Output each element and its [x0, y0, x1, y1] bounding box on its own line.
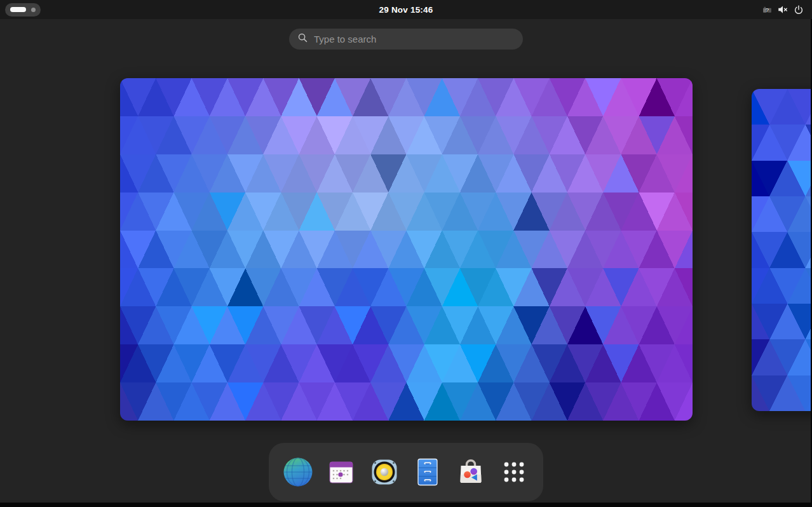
workspace-preview-next[interactable] — [752, 89, 812, 411]
wallpaper-current — [120, 78, 693, 421]
workspace-active-indicator — [10, 7, 26, 12]
software-store-icon — [455, 456, 487, 488]
app-grid-icon — [498, 456, 530, 488]
top-bar: 29 Nov 15:46 ? — [0, 0, 812, 19]
screen-edge-bottom — [0, 503, 812, 507]
system-status-menu[interactable]: ? — [759, 0, 807, 19]
dock-item-web-browser[interactable] — [282, 456, 314, 488]
search-input[interactable] — [314, 34, 515, 44]
dock-item-files[interactable] — [412, 456, 443, 488]
search-bar[interactable] — [289, 29, 523, 50]
search-icon — [297, 32, 308, 46]
network-unknown-icon: ? — [762, 4, 773, 15]
workspace-indicator-pill[interactable] — [5, 3, 41, 17]
volume-muted-icon — [777, 4, 788, 15]
dock-item-app-grid[interactable] — [498, 456, 530, 488]
workspace-inactive-dot — [31, 8, 36, 12]
music-player-icon — [369, 456, 400, 488]
svg-text:?: ? — [766, 6, 769, 13]
calendar-icon — [325, 456, 357, 488]
web-browser-icon — [282, 456, 314, 488]
power-icon — [793, 4, 804, 15]
dock-item-music-player[interactable] — [369, 456, 400, 488]
clock-menu-button[interactable]: 29 Nov 15:46 — [379, 0, 433, 19]
dock-item-software-store[interactable] — [455, 456, 487, 488]
workspace-preview-current[interactable] — [120, 78, 693, 421]
wallpaper-next — [752, 89, 812, 411]
dash — [269, 443, 543, 501]
dock-item-calendar[interactable] — [325, 456, 357, 488]
clock-label: 29 Nov 15:46 — [379, 5, 433, 15]
files-icon — [412, 456, 443, 488]
